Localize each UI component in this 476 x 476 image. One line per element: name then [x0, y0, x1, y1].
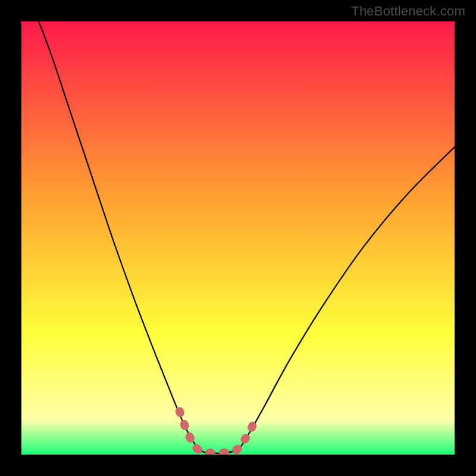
bottleneck-chart — [21, 21, 455, 455]
chart-background — [21, 21, 455, 455]
watermark-label: TheBottleneck.com — [351, 4, 465, 19]
chart-plot-area — [21, 21, 455, 455]
